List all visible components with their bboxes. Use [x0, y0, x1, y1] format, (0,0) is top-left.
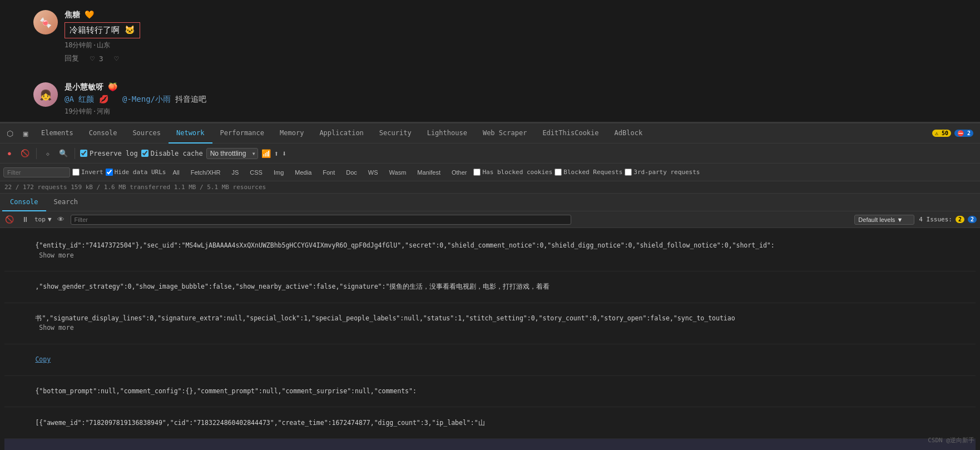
issues-row: 4 Issues: 2 2 [919, 216, 977, 223]
wifi-icon: 📶 [261, 149, 271, 158]
warning-badge: ⚠ 50 [932, 130, 951, 137]
filter-manifest[interactable]: Manifest [413, 168, 445, 177]
tab-web-scraper[interactable]: Web Scraper [475, 123, 534, 144]
tab-memory[interactable]: Memory [272, 123, 311, 144]
hide-data-urls-label: Hide data URLs [115, 169, 166, 176]
tab-security[interactable]: Security [372, 123, 419, 144]
search-button[interactable]: 🔍 [57, 147, 70, 160]
third-party-group: 3rd-party requests [625, 169, 700, 176]
filter-ws[interactable]: WS [364, 168, 383, 177]
preserve-log-label: Preserve log [90, 150, 138, 157]
devtools-responsive-icon[interactable]: ▣ [18, 126, 33, 141]
download-icon: ⬇ [282, 149, 286, 158]
tab-console[interactable]: Console [81, 123, 125, 144]
copy-link[interactable]: Copy [35, 355, 51, 363]
console-tabs-bar: Console Search [0, 194, 980, 211]
disable-cache-checkbox[interactable] [141, 150, 149, 157]
separator-1 [36, 148, 37, 159]
mention-2: @-Meng/小雨 [122, 95, 171, 103]
filter-css[interactable]: CSS [245, 168, 267, 177]
comment-1-actions: 回复 ♡ 3 ♡ [65, 53, 947, 63]
show-more-1[interactable]: Show more [35, 251, 73, 259]
issues-error-badge: 2 [968, 216, 977, 223]
filter-doc[interactable]: Doc [341, 168, 362, 177]
console-filter-input[interactable] [71, 215, 571, 225]
invert-label: Invert [81, 169, 103, 176]
invert-group: Invert [72, 169, 103, 176]
third-party-checkbox[interactable] [625, 169, 632, 176]
record-button[interactable]: ● [3, 147, 16, 160]
upload-icon: ⬆ [274, 149, 279, 158]
reply-label-1[interactable]: 回复 [65, 53, 79, 63]
show-more-3[interactable]: Show more [35, 324, 73, 332]
filter-media[interactable]: Media [290, 168, 316, 177]
disable-cache-group: Disable cache [141, 150, 203, 157]
console-toolbar: 🚫 ⏸ top ▼ 👁 Default levels ▼ Verbose Inf… [0, 211, 980, 228]
comment-2-body: 抖音追吧 [175, 95, 206, 103]
tab-network[interactable]: Network [169, 123, 212, 144]
console-panel: Console Search 🚫 ⏸ top ▼ 👁 Default level… [0, 194, 980, 450]
console-line-3: 书","signature_display_lines":0,"signatur… [4, 303, 976, 344]
comment-2: 👧 是小慧敏呀 🍑 @A 红颜 💋 @-Meng/小雨 抖音追吧 19分钟前·河… [33, 78, 947, 124]
console-line-6: 东","is_author_digged":false,"label_text"… [4, 439, 976, 450]
console-line-5-text: [{"aweme_id":"7182097819136838949","cid"… [35, 419, 484, 427]
avatar-1: 🍬 [33, 10, 58, 34]
tab-adblock[interactable]: AdBlock [607, 123, 651, 144]
stats-bar: 22 / 172 requests 159 kB / 1.6 MB transf… [0, 181, 980, 194]
preserve-log-checkbox[interactable] [80, 150, 87, 157]
tab-lighthouse[interactable]: Lighthouse [419, 123, 475, 144]
third-party-label: 3rd-party requests [633, 169, 700, 176]
issues-warning-badge: 2 [956, 216, 964, 223]
blocked-requests-checkbox[interactable] [555, 169, 562, 176]
filter-fetchxhr[interactable]: Fetch/XHR [186, 168, 225, 177]
context-selector: top ▼ [34, 216, 52, 223]
console-tab-search[interactable]: Search [46, 194, 86, 211]
tab-sources[interactable]: Sources [125, 123, 169, 144]
hide-data-urls-checkbox[interactable] [106, 169, 113, 176]
console-eye-button[interactable]: 👁 [55, 214, 67, 226]
comment-2-text: @A 红颜 💋 @-Meng/小雨 抖音追吧 [65, 95, 947, 105]
tab-elements[interactable]: Elements [33, 123, 81, 144]
comment-1-content: 焦糖 🧡 冷籍转行了啊 🐱 18分钟前·山东 回复 ♡ 3 ♡ [65, 10, 947, 63]
separator-2 [75, 148, 75, 159]
console-line-2: ,"show_gender_strategy":0,"show_image_bu… [4, 271, 976, 303]
console-line-4-text: {"bottom_prompt":null,"comment_config":{… [35, 387, 416, 395]
console-line-1: {"entity_id":"74147372504"},"sec_uid":"M… [4, 230, 976, 271]
tab-performance[interactable]: Performance [212, 123, 272, 144]
console-line-4: {"bottom_prompt":null,"comment_config":{… [4, 376, 976, 408]
console-line-3-text: 书","signature_display_lines":0,"signatur… [35, 314, 735, 322]
filter-other[interactable]: Other [447, 168, 472, 177]
tab-edit-this-cookie[interactable]: EditThisCookie [534, 123, 606, 144]
filter-input[interactable] [3, 167, 70, 177]
filter-font[interactable]: Font [318, 168, 339, 177]
clear-button[interactable]: 🚫 [19, 147, 31, 160]
throttle-wrapper: No throttling Fast 3G Slow 3G Offline [206, 148, 258, 159]
comment-1: 🍬 焦糖 🧡 冷籍转行了啊 🐱 18分钟前·山东 回复 ♡ 3 ♡ [33, 6, 947, 68]
filter-wasm[interactable]: Wasm [385, 168, 411, 177]
level-select-wrapper: Default levels ▼ Verbose Info Warnings E… [854, 215, 977, 225]
disable-cache-label: Disable cache [151, 150, 203, 157]
throttle-select[interactable]: No throttling Fast 3G Slow 3G Offline [206, 148, 258, 159]
error-badge: ⛔ 2 [954, 130, 973, 137]
devtools-tabs-bar: ⬡ ▣ Elements Console Sources Network Per… [0, 123, 980, 144]
filter-js[interactable]: JS [227, 168, 244, 177]
filter-all[interactable]: All [168, 168, 184, 177]
has-blocked-cookies-label: Has blocked cookies [482, 169, 552, 176]
filter-button[interactable]: ⬦ [42, 147, 54, 160]
invert-checkbox[interactable] [72, 169, 80, 176]
has-blocked-cookies-checkbox[interactable] [473, 169, 481, 176]
issues-label: 4 Issues: [919, 216, 952, 223]
comment-1-username: 焦糖 🧡 [65, 10, 947, 20]
devtools-cursor-icon[interactable]: ⬡ [2, 126, 18, 141]
console-pause-button[interactable]: ⏸ [19, 214, 31, 226]
level-dropdown[interactable]: Default levels ▼ Verbose Info Warnings E… [854, 215, 914, 225]
comment-2-username: 是小慧敏呀 🍑 [65, 82, 947, 92]
comment-1-meta: 18分钟前·山东 [65, 41, 947, 50]
context-label: top [34, 216, 46, 223]
comment-2-meta: 19分钟前·河南 [65, 107, 947, 116]
console-clear-button[interactable]: 🚫 [3, 214, 16, 226]
tab-application[interactable]: Application [311, 123, 371, 144]
console-tab-console[interactable]: Console [2, 194, 46, 211]
blocked-requests-label: Blocked Requests [563, 169, 622, 176]
filter-img[interactable]: Img [269, 168, 288, 177]
